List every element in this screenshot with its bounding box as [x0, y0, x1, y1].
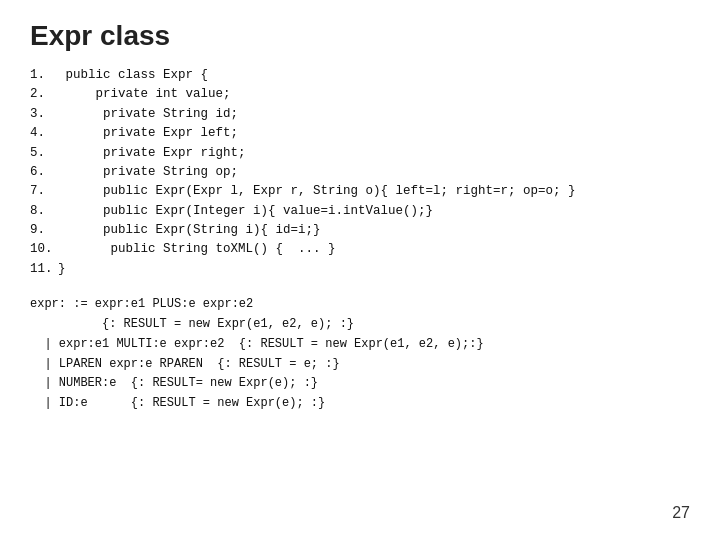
line-number: 7.: [30, 182, 58, 201]
line-number: 8.: [30, 202, 58, 221]
line-number: 4.: [30, 124, 58, 143]
slide-page: Expr class 1. public class Expr {2. priv…: [0, 0, 720, 540]
grammar-block: expr: := expr:e1 PLUS:e expr:e2 {: RESUL…: [30, 295, 690, 414]
code-line: 9. public Expr(String i){ id=i;}: [30, 221, 690, 240]
code-line: 1. public class Expr {: [30, 66, 690, 85]
line-number: 11.: [30, 260, 58, 279]
line-number: 3.: [30, 105, 58, 124]
slide-title: Expr class: [30, 20, 690, 52]
code-line: 8. public Expr(Integer i){ value=i.intVa…: [30, 202, 690, 221]
page-number: 27: [672, 504, 690, 522]
line-text: private String op;: [58, 163, 238, 182]
line-text: public Expr(String i){ id=i;}: [58, 221, 321, 240]
line-number: 2.: [30, 85, 58, 104]
line-number: 6.: [30, 163, 58, 182]
line-text: private Expr left;: [58, 124, 238, 143]
code-line: 3. private String id;: [30, 105, 690, 124]
line-number: 10.: [30, 240, 58, 259]
line-text: private int value;: [58, 85, 231, 104]
code-block: 1. public class Expr {2. private int val…: [30, 66, 690, 279]
line-text: private Expr right;: [58, 144, 246, 163]
line-number: 5.: [30, 144, 58, 163]
line-text: public String toXML() { ... }: [58, 240, 336, 259]
line-number: 9.: [30, 221, 58, 240]
line-text: public class Expr {: [58, 66, 208, 85]
code-line: 4. private Expr left;: [30, 124, 690, 143]
line-text: }: [58, 260, 66, 279]
line-text: public Expr(Integer i){ value=i.intValue…: [58, 202, 433, 221]
code-line: 10. public String toXML() { ... }: [30, 240, 690, 259]
line-number: 1.: [30, 66, 58, 85]
code-line: 5. private Expr right;: [30, 144, 690, 163]
line-text: private String id;: [58, 105, 238, 124]
code-line: 11.}: [30, 260, 690, 279]
code-line: 2. private int value;: [30, 85, 690, 104]
code-line: 6. private String op;: [30, 163, 690, 182]
line-text: public Expr(Expr l, Expr r, String o){ l…: [58, 182, 576, 201]
code-line: 7. public Expr(Expr l, Expr r, String o)…: [30, 182, 690, 201]
